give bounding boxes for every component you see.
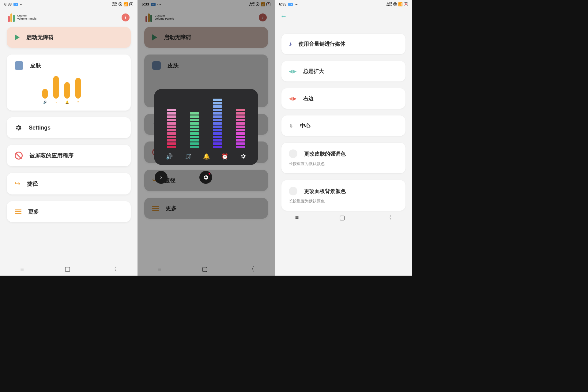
nosim-icon: ⓧ — [393, 2, 397, 7]
gear-icon — [15, 124, 22, 131]
wifi-icon: 📶 — [123, 2, 128, 6]
shortcut-card[interactable]: ↪ 捷径 — [7, 173, 131, 194]
shortcut-icon: ↪ — [15, 180, 20, 188]
skin-swatch-icon — [15, 61, 23, 70]
clock: 6:33 — [4, 2, 12, 6]
volume-panel: 🔊 🎵̸ 🔔 ⏰ — [154, 89, 258, 165]
info-button[interactable]: i — [122, 13, 130, 21]
center-icon: ⇳ — [289, 123, 293, 129]
note-icon: ♪ — [289, 40, 292, 47]
skin-card[interactable]: 皮肤 🔊 ♪ 🔔 ⏱ — [7, 55, 131, 111]
mute-icon[interactable]: 🎵̸ — [185, 153, 191, 161]
color-swatch-icon — [289, 187, 297, 195]
back-button[interactable]: ← — [275, 9, 412, 24]
screen-home: 6:33 14 ··· 0.90 KB/s ⓧ 📶 9 CustomVolume… — [0, 0, 138, 276]
speaker-icon[interactable]: 🔊 — [166, 153, 173, 161]
position-center-card[interactable]: ⇳ 中心 — [281, 115, 405, 136]
nav-back-icon[interactable]: 〈 — [386, 213, 392, 222]
accessibility-card[interactable]: 启动无障碍 — [7, 27, 131, 48]
app-header: CustomVolume Panels i — [0, 9, 138, 24]
nosim-icon: ⓧ — [119, 2, 122, 7]
always-expand-card[interactable]: ◀▶ 总是扩大 — [281, 61, 405, 81]
skin-label: 皮肤 — [30, 62, 41, 69]
position-right-card[interactable]: ◀▶ 右边 — [281, 88, 405, 109]
app-logo: CustomVolume Panels — [8, 13, 36, 22]
bell-icon[interactable]: 🔔 — [203, 153, 210, 161]
status-dots: ··· — [20, 2, 24, 6]
nav-home-icon[interactable]: ▢ — [65, 265, 70, 273]
skin-preview: 🔊 ♪ 🔔 ⏱ — [42, 76, 123, 104]
volume-slider-ring[interactable] — [167, 109, 176, 148]
volume-slider-media[interactable] — [190, 112, 199, 148]
screen-volume-panel: 6:33 14 ··· 3.38 KB/s ⓧ 📶 8 CustomVolume… — [138, 0, 275, 276]
status-bar: 6:33 14 ··· 0.90 KB/s ⓧ 📶 9 — [0, 0, 138, 9]
bg-color-card[interactable]: 更改面板背景颜色 长按重置为默认颜色 — [281, 180, 405, 211]
expand-icon: ◀▶ — [289, 68, 296, 74]
battery-icon: 8 — [404, 2, 408, 6]
status-bar: 6:33 14 ··· 1.05 KB/s ⓧ 📶 8 — [275, 0, 412, 9]
more-icon — [15, 209, 21, 214]
nav-recents-icon[interactable]: ≡ — [295, 214, 299, 221]
battery-icon: 9 — [129, 2, 133, 6]
volume-slider-notif[interactable] — [213, 99, 222, 148]
more-label: 更多 — [28, 208, 39, 215]
notif-badge: 14 — [13, 3, 18, 6]
nav-bar: ≡ ▢ 〈 — [275, 211, 412, 224]
nav-home-icon[interactable]: ▢ — [339, 214, 345, 221]
blocked-card[interactable]: 被屏蔽的应用程序 — [7, 145, 131, 166]
accent-color-card[interactable]: 更改皮肤的强调色 长按重置为默认颜色 — [281, 143, 405, 173]
volkey-media-card[interactable]: ♪ 使用音量键进行媒体 — [281, 34, 405, 54]
main-content: 启动无障碍 皮肤 🔊 ♪ 🔔 ⏱ Settings — [0, 24, 138, 262]
volume-slider-alarm[interactable] — [236, 109, 245, 148]
settings-label: Settings — [29, 125, 51, 131]
alarm-icon[interactable]: ⏰ — [221, 153, 228, 161]
settings-list: ♪ 使用音量键进行媒体 ◀▶ 总是扩大 ◀▶ 右边 ⇳ 中心 更改皮肤的强调色 … — [275, 24, 412, 211]
play-icon — [15, 34, 20, 40]
screen-settings-detail: 6:33 14 ··· 1.05 KB/s ⓧ 📶 8 ← ♪ 使用音量键进行媒… — [275, 0, 412, 276]
nav-back-icon[interactable]: 〈 — [111, 265, 117, 273]
expand-button[interactable]: › — [155, 171, 168, 184]
ban-icon — [15, 152, 23, 160]
net-speed: 0.90 KB/s — [111, 2, 117, 7]
accent-subtitle: 长按重置为默认颜色 — [289, 161, 398, 167]
right-icon: ◀▶ — [289, 96, 296, 101]
blocked-label: 被屏蔽的应用程序 — [29, 152, 74, 159]
shortcut-label: 捷径 — [27, 180, 38, 187]
nav-recents-icon[interactable]: ≡ — [20, 266, 24, 273]
clock: 6:33 — [279, 2, 286, 6]
more-card[interactable]: 更多 — [7, 201, 131, 222]
settings-card[interactable]: Settings — [7, 117, 131, 138]
notif-dot-icon — [209, 173, 210, 175]
panel-settings-button[interactable] — [199, 171, 212, 184]
accessibility-label: 启动无障碍 — [26, 34, 54, 41]
bg-subtitle: 长按重置为默认颜色 — [289, 198, 398, 204]
wifi-icon: 📶 — [398, 2, 403, 6]
nav-bar: ≡ ▢ 〈 — [0, 262, 138, 276]
settings-icon[interactable] — [240, 153, 246, 161]
color-swatch-icon — [289, 149, 297, 158]
